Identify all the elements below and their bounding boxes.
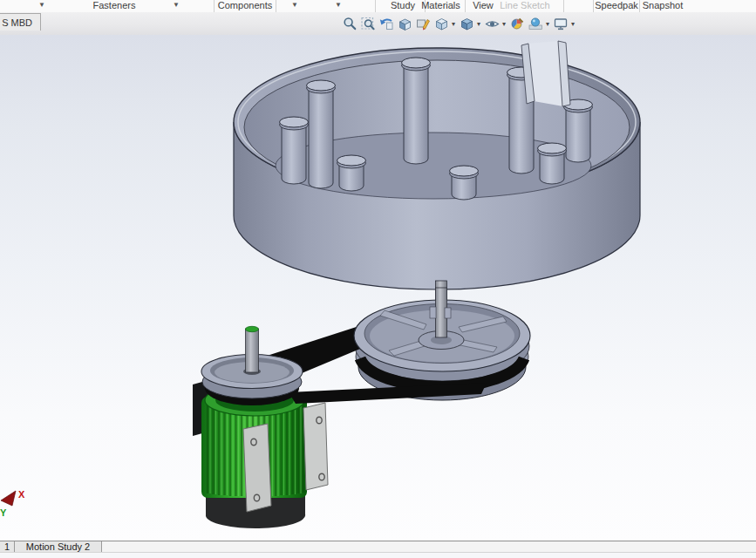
shaft-key-left (430, 307, 436, 318)
tab-motion-study-2[interactable]: Motion Study 2 (15, 541, 102, 552)
status-bar (0, 552, 756, 558)
menu-line-sketch: Line Sketch (500, 0, 550, 12)
view-orientation-icon[interactable] (433, 16, 450, 32)
separator (593, 0, 594, 12)
triad-x-arrow-icon (1, 491, 16, 506)
triad-y-label: Y (0, 507, 7, 518)
menu-components[interactable]: Components (216, 0, 274, 12)
zoom-to-fit-icon[interactable] (342, 16, 358, 32)
display-style-icon[interactable] (459, 16, 475, 32)
view-settings-icon[interactable] (553, 16, 569, 32)
menu-fasteners[interactable]: Fasteners (87, 0, 141, 12)
dropdown-arrow-icon[interactable]: ▼ (173, 1, 180, 9)
motor-shaft-cap (246, 326, 259, 331)
tab-solidworks-mbd[interactable]: S MBD (0, 13, 41, 31)
small-pulley[interactable] (201, 326, 303, 398)
large-pulley-top[interactable] (354, 288, 530, 371)
dropdown-arrow-icon[interactable]: ▼ (291, 1, 298, 9)
dropdown-arrow-icon[interactable]: ▾ (546, 20, 551, 28)
drum-wall-gap (521, 41, 570, 106)
separator (563, 0, 564, 12)
separator (465, 0, 466, 12)
separator (375, 0, 376, 12)
edit-appearance-icon[interactable] (509, 16, 526, 32)
dropdown-arrow-icon[interactable]: ▼ (335, 1, 342, 9)
motion-manager-bar: 1 Motion Study 2 (0, 541, 756, 552)
orientation-triad: X Y (0, 489, 25, 518)
motor-plate-right (303, 403, 328, 490)
dropdown-arrow-icon[interactable]: ▼ (38, 1, 45, 9)
menu-speedpak[interactable]: Speedpak (595, 0, 638, 12)
drum-part[interactable] (234, 41, 640, 289)
menu-snapshot[interactable]: Snapshot (641, 0, 684, 12)
zoom-to-area-icon[interactable] (360, 16, 377, 32)
separator (214, 0, 215, 12)
motor-plate-left (243, 424, 271, 512)
dropdown-arrow-icon[interactable]: ▾ (571, 20, 576, 28)
dropdown-arrow-icon[interactable]: ▾ (477, 20, 482, 28)
separator (276, 0, 276, 12)
dynamic-annotation-views-icon[interactable] (415, 16, 432, 32)
section-view-icon[interactable] (397, 16, 413, 32)
menu-study[interactable]: Study (382, 0, 424, 12)
dropdown-arrow-icon[interactable]: ▾ (502, 20, 507, 28)
separator (639, 0, 640, 12)
tab-strip: S MBD ▾ ▾ ▾ (0, 12, 756, 36)
previous-view-icon[interactable] (378, 16, 395, 32)
hide-show-items-icon[interactable] (484, 16, 501, 32)
apply-scene-icon[interactable] (528, 16, 544, 32)
menu-view[interactable]: View (468, 0, 498, 12)
motor-shaft (246, 329, 259, 372)
dropdown-arrow-icon[interactable]: ▾ (452, 20, 457, 28)
shaft-key-right (445, 308, 451, 318)
graphics-viewport[interactable]: X Y (0, 35, 756, 541)
command-strip: ▼ Fasteners ▼ Components ▼ ▼ Study Mater… (0, 0, 756, 13)
headsup-toolbar: ▾ ▾ ▾ ▾ ▾ (342, 13, 576, 34)
tab-motion-study-1[interactable]: 1 (0, 541, 15, 552)
menu-materials[interactable]: Materials (420, 0, 461, 12)
triad-x-label: X (18, 489, 25, 500)
